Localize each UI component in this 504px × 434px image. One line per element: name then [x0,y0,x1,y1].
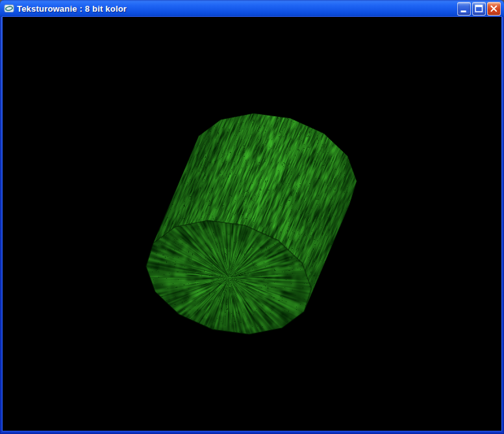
app-window: Teksturowanie : 8 bit kolor [0,0,504,434]
minimize-icon [458,2,470,16]
maximize-icon [473,2,485,16]
close-icon [488,2,500,16]
gl-viewport[interactable] [3,17,501,431]
window-title: Teksturowanie : 8 bit kolor [17,4,457,14]
maximize-button[interactable] [472,2,486,16]
window-controls [457,2,501,16]
app-icon [4,3,14,14]
client-area [3,17,501,431]
title-bar[interactable]: Teksturowanie : 8 bit kolor [0,0,504,17]
close-button[interactable] [487,2,501,16]
minimize-button[interactable] [457,2,471,16]
